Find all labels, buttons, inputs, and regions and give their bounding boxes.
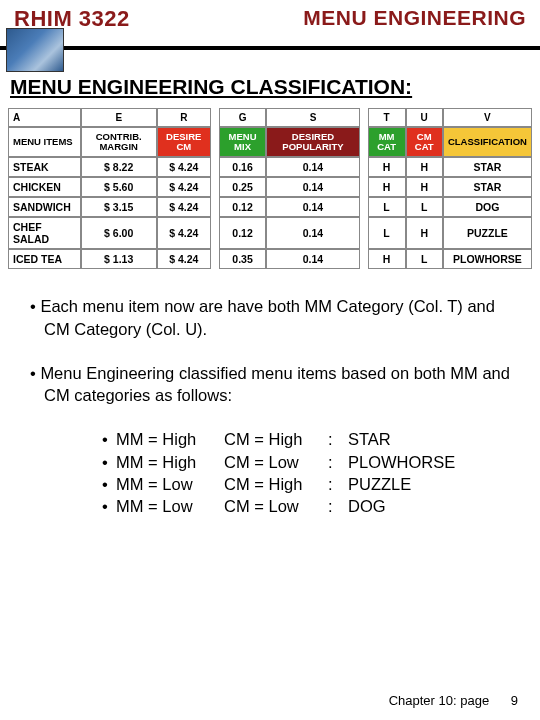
rule-row: •MM = HighCM = High:STAR [102, 428, 518, 450]
table-row: CHEF SALAD$ 6.00$ 4.240.120.14LHPUZZLE [8, 217, 532, 249]
cell-dcm: $ 4.24 [157, 177, 211, 197]
table-row: STEAK$ 8.22$ 4.240.160.14HHSTAR [8, 157, 532, 177]
col-header: CONTRIB. MARGIN [81, 127, 157, 157]
cell-pop: 0.14 [266, 217, 359, 249]
rule-row: •MM = LowCM = High:PUZZLE [102, 473, 518, 495]
topic-title: MENU ENGINEERING [263, 6, 526, 30]
col-letter: A [8, 108, 81, 127]
col-header: DESIRE CM [157, 127, 211, 157]
cell-item: ICED TEA [8, 249, 81, 269]
cell-class: PLOWHORSE [443, 249, 532, 269]
rule-sep: : [328, 451, 348, 473]
rule-mm: MM = High [116, 428, 224, 450]
col-letter: S [266, 108, 359, 127]
cell-pop: 0.14 [266, 157, 359, 177]
rules-list: •MM = HighCM = High:STAR•MM = HighCM = L… [102, 428, 518, 517]
body-text: • Each menu item now are have both MM Ca… [30, 295, 518, 517]
cell-item: CHICKEN [8, 177, 81, 197]
rule-class: PUZZLE [348, 473, 518, 495]
bullet-item: • Each menu item now are have both MM Ca… [30, 295, 518, 340]
cell-class: STAR [443, 177, 532, 197]
bullet-item: • Menu Engineering classified menu items… [30, 362, 518, 407]
bullet-icon: • [102, 428, 116, 450]
cell-cmcat: L [406, 197, 443, 217]
col-header: DESIRED POPULARITY [266, 127, 359, 157]
rule-cm: CM = High [224, 473, 328, 495]
rule-class: DOG [348, 495, 518, 517]
cell-class: PUZZLE [443, 217, 532, 249]
page-number: 9 [511, 693, 518, 708]
bullet-text: Each menu item now are have both MM Cate… [40, 297, 495, 337]
bullet-icon: • [102, 495, 116, 517]
cell-class: DOG [443, 197, 532, 217]
rule-cm: CM = Low [224, 495, 328, 517]
col-header: CM CAT [406, 127, 443, 157]
rule-mm: MM = High [116, 451, 224, 473]
cell-mmcat: H [368, 249, 406, 269]
cell-mmcat: H [368, 157, 406, 177]
rule-mm: MM = Low [116, 495, 224, 517]
cell-mix: 0.12 [219, 217, 267, 249]
col-letter: E [81, 108, 157, 127]
cell-pop: 0.14 [266, 177, 359, 197]
rule-row: •MM = LowCM = Low:DOG [102, 495, 518, 517]
classification-table: A E R G S T U V MENU ITEMS CONTRIB. MARG… [8, 108, 532, 269]
rule-sep: : [328, 495, 348, 517]
slide-header: RHIM 3322 MENU ENGINEERING [0, 0, 540, 50]
table-row: ICED TEA$ 1.13$ 4.240.350.14HLPLOWHORSE [8, 249, 532, 269]
col-letter: T [368, 108, 406, 127]
rule-class: STAR [348, 428, 518, 450]
cell-mmcat: L [368, 197, 406, 217]
bullet-icon: • [102, 473, 116, 495]
col-letter: R [157, 108, 211, 127]
rule-row: •MM = HighCM = Low:PLOWHORSE [102, 451, 518, 473]
cell-cm: $ 8.22 [81, 157, 157, 177]
bullet-icon: • [102, 451, 116, 473]
rule-cm: CM = High [224, 428, 328, 450]
cell-cmcat: H [406, 157, 443, 177]
col-header: CLASSIFICATION [443, 127, 532, 157]
cell-class: STAR [443, 157, 532, 177]
cell-mix: 0.25 [219, 177, 267, 197]
rule-sep: : [328, 473, 348, 495]
cell-cm: $ 5.60 [81, 177, 157, 197]
rule-mm: MM = Low [116, 473, 224, 495]
cell-mmcat: L [368, 217, 406, 249]
cell-dcm: $ 4.24 [157, 197, 211, 217]
rule-sep: : [328, 428, 348, 450]
cell-mix: 0.12 [219, 197, 267, 217]
cell-dcm: $ 4.24 [157, 217, 211, 249]
cell-cmcat: H [406, 217, 443, 249]
rule-cm: CM = Low [224, 451, 328, 473]
rule-class: PLOWHORSE [348, 451, 518, 473]
cell-cm: $ 3.15 [81, 197, 157, 217]
cell-item: CHEF SALAD [8, 217, 81, 249]
cell-item: SANDWICH [8, 197, 81, 217]
cell-cm: $ 1.13 [81, 249, 157, 269]
cell-mix: 0.16 [219, 157, 267, 177]
col-letter: U [406, 108, 443, 127]
col-header: MENU MIX [219, 127, 267, 157]
col-letter: G [219, 108, 267, 127]
decorative-thumbnail [6, 28, 64, 72]
cell-dcm: $ 4.24 [157, 157, 211, 177]
page-footer: Chapter 10: page 9 [389, 693, 518, 708]
cell-cmcat: H [406, 177, 443, 197]
cell-cmcat: L [406, 249, 443, 269]
table-row: SANDWICH$ 3.15$ 4.240.120.14LLDOG [8, 197, 532, 217]
cell-dcm: $ 4.24 [157, 249, 211, 269]
cell-item: STEAK [8, 157, 81, 177]
cell-mmcat: H [368, 177, 406, 197]
bullet-text: Menu Engineering classified menu items b… [40, 364, 510, 404]
col-header: MM CAT [368, 127, 406, 157]
section-title: MENU ENGINEERING CLASSIFICATION: [10, 74, 540, 100]
cell-pop: 0.14 [266, 197, 359, 217]
cell-mix: 0.35 [219, 249, 267, 269]
cell-cm: $ 6.00 [81, 217, 157, 249]
cell-pop: 0.14 [266, 249, 359, 269]
table-row: CHICKEN$ 5.60$ 4.240.250.14HHSTAR [8, 177, 532, 197]
col-header: MENU ITEMS [8, 127, 81, 157]
col-letter: V [443, 108, 532, 127]
footer-label: Chapter 10: page [389, 693, 489, 708]
